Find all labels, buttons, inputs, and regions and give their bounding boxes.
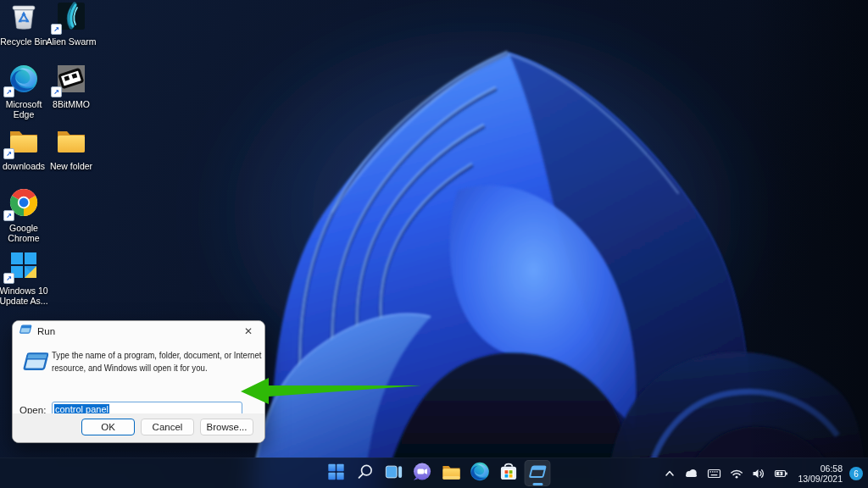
windows-desktop: Recycle Bin ↗ Alien Swarm	[0, 0, 868, 488]
shortcut-arrow-badge: ↗	[3, 86, 14, 97]
cancel-button[interactable]: Cancel	[141, 419, 194, 435]
system-tray: 06:58 13/09/2021 6	[660, 458, 868, 488]
desktop-icon-label: Recycle Bin	[0, 36, 51, 47]
run-dialog-titlebar[interactable]: Run ✕	[13, 321, 264, 341]
desktop-icon-label: 8BitMMO	[44, 99, 98, 109]
run-window-icon	[528, 464, 547, 483]
desktop-icon-label: New folder	[44, 161, 98, 171]
run-dialog-description: Type the name of a program, folder, docu…	[52, 349, 265, 374]
desktop-icon-label: Alien Swarm	[44, 36, 98, 47]
run-dialog-window: Run ✕ Type the name of a program, folder…	[12, 320, 265, 443]
desktop-icon-downloads[interactable]: ↗ downloads	[0, 128, 51, 171]
notification-badge[interactable]: 6	[849, 467, 863, 480]
run-window-icon-large	[23, 351, 50, 375]
ok-button[interactable]: OK	[81, 419, 135, 435]
chat-button[interactable]	[409, 460, 436, 486]
desktop-icon-google-chrome[interactable]: ↗ Google Chrome	[0, 190, 51, 243]
clock-date: 13/09/2021	[798, 474, 843, 484]
folder-icon	[55, 126, 87, 158]
close-icon[interactable]: ✕	[239, 324, 258, 339]
shortcut-arrow-badge: ↗	[3, 210, 14, 221]
start-button[interactable]	[323, 460, 349, 486]
windows-start-icon	[326, 463, 345, 485]
desktop-icon-recycle-bin[interactable]: Recycle Bin	[0, 3, 51, 47]
onedrive-cloud-icon[interactable]	[681, 462, 702, 485]
shortcut-arrow-badge: ↗	[3, 273, 14, 284]
shortcut-arrow-badge: ↗	[51, 24, 62, 35]
file-explorer-icon	[441, 463, 461, 485]
run-window-icon	[19, 324, 32, 337]
run-app-button[interactable]	[525, 460, 551, 486]
desktop-icon-alien-swarm[interactable]: ↗ Alien Swarm	[44, 3, 98, 47]
desktop-icon-label: Windows 10 Update As...	[0, 286, 51, 306]
task-view-icon	[384, 463, 403, 485]
battery-charging-icon[interactable]	[771, 462, 792, 485]
taskbar-clock[interactable]: 06:58 13/09/2021	[798, 463, 843, 484]
hidden-icons-chevron[interactable]	[660, 462, 679, 485]
chat-icon	[413, 462, 432, 485]
desktop-icon-8bitmmo[interactable]: ↗ 8BitMMO	[44, 66, 98, 109]
edge-icon	[470, 462, 490, 485]
file-explorer-button[interactable]	[438, 460, 465, 486]
taskbar: 06:58 13/09/2021 6	[0, 458, 868, 488]
run-dialog-footer: OK Cancel Browse...	[13, 413, 264, 442]
edge-button[interactable]	[467, 460, 493, 486]
desktop-icon-windows10-update-assistant[interactable]: ↗ Windows 10 Update As...	[0, 252, 51, 306]
browse-button[interactable]: Browse...	[200, 419, 253, 435]
microsoft-store-button[interactable]	[496, 460, 522, 486]
run-dialog-body: Type the name of a program, folder, docu…	[13, 341, 264, 414]
task-view-button[interactable]	[381, 460, 407, 486]
desktop-icon-label: Google Chrome	[0, 223, 51, 243]
wifi-icon[interactable]	[726, 462, 747, 485]
search-icon	[355, 463, 374, 485]
dialog-title: Run	[37, 326, 55, 336]
recycle-bin-icon	[9, 2, 38, 34]
desktop-icon-new-folder[interactable]: New folder	[44, 128, 98, 171]
volume-icon[interactable]	[748, 462, 769, 485]
touch-keyboard-icon[interactable]	[704, 462, 725, 485]
taskbar-app-group	[323, 460, 551, 486]
shortcut-arrow-badge: ↗	[3, 148, 14, 159]
desktop-icon-label: Microsoft Edge	[0, 99, 51, 119]
desktop-icon-label: downloads	[0, 161, 51, 171]
microsoft-store-icon	[499, 462, 519, 485]
clock-time: 06:58	[798, 463, 843, 474]
desktop-icon-microsoft-edge[interactable]: ↗ Microsoft Edge	[0, 66, 51, 119]
search-button[interactable]	[352, 460, 378, 486]
shortcut-arrow-badge: ↗	[51, 86, 62, 97]
